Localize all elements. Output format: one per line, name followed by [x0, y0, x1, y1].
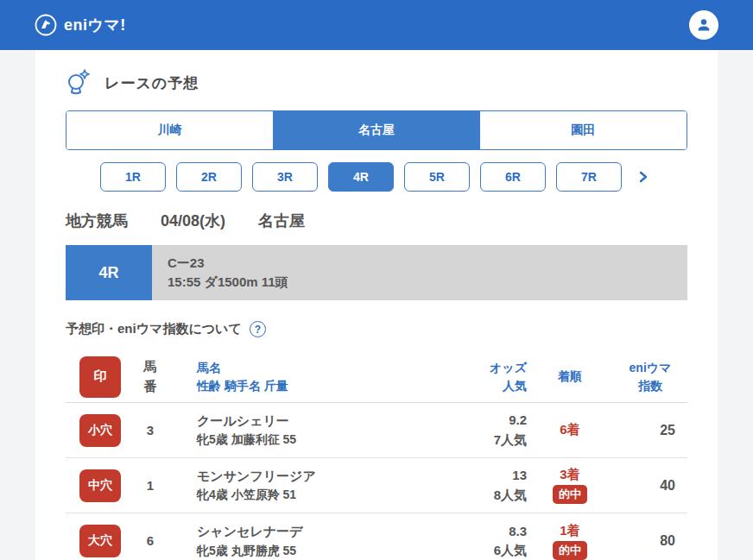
popularity: 6人気 [440, 541, 527, 560]
account-button[interactable] [689, 10, 718, 40]
horse-name: シャンセレナーデ [197, 522, 440, 542]
race-button-5r[interactable]: 5R [404, 162, 470, 192]
venue-tabs: 川崎 名古屋 園田 [66, 110, 687, 150]
table-row[interactable]: 小穴 3 クールシェリー 牝5歳 加藤利征 55 9.2 7人気 6着 25 [66, 403, 687, 458]
header-name-line1: 馬名 [197, 359, 440, 377]
header-result: 着順 [527, 369, 613, 385]
eniuma-index: 25 [613, 423, 687, 438]
race-class: Cー23 [168, 255, 672, 272]
race-button-4r[interactable]: 4R [328, 162, 394, 192]
header-mark: 印 [66, 356, 123, 398]
header-number-line2: 番 [123, 377, 178, 397]
horse-number: 6 [123, 532, 178, 551]
header-index: eniウマ 指数 [613, 359, 687, 395]
header-index-line1: eniウマ [613, 359, 687, 377]
app-header: eniウマ! [0, 0, 753, 50]
table-row[interactable]: 中穴 1 モンサンフリージア 牝4歳 小笠原羚 51 13 8人気 3着 的中 … [66, 458, 687, 513]
mark-header-badge: 印 [79, 356, 121, 398]
eniuma-index: 40 [613, 478, 687, 494]
next-races-chevron[interactable] [637, 169, 653, 185]
header-number: 馬 番 [123, 357, 178, 396]
header-name-line2: 性齢 騎手名 斤量 [197, 377, 440, 395]
race-button-7r[interactable]: 7R [556, 162, 622, 192]
finish-position: 3着 [560, 467, 579, 483]
finish-position: 1着 [560, 523, 579, 539]
header-index-line2: 指数 [613, 377, 687, 395]
app-logo[interactable]: eniウマ! [35, 14, 126, 36]
hit-badge: 的中 [553, 485, 587, 504]
race-date: 04/08(水) [161, 211, 225, 231]
prediction-table: 印 馬 番 馬名 性齢 騎手名 斤量 オッズ 人気 着順 eniウマ 指数 [66, 351, 687, 560]
table-row[interactable]: 大穴 6 シャンセレナーデ 牝5歳 丸野勝虎 55 8.3 6人気 1着 的中 … [66, 513, 687, 560]
horse-name: クールシェリー [197, 412, 440, 431]
horse-number: 3 [123, 421, 178, 440]
tab-kawasaki[interactable]: 川崎 [66, 111, 273, 149]
content-card: レースの予想 川崎 名古屋 園田 1R 2R 3R 4R 5R 6R 7R 地方… [35, 50, 718, 560]
race-button-1r[interactable]: 1R [100, 162, 166, 192]
horse-details: 牝4歳 小笠原羚 51 [197, 486, 440, 504]
popularity: 7人気 [440, 431, 527, 450]
race-banner[interactable]: 4R Cー23 15:55 ダ1500m 11頭 [66, 245, 687, 300]
header-result-label: 着順 [558, 369, 582, 385]
prediction-mark-badge: 大穴 [79, 525, 121, 557]
header-name: 馬名 性齢 騎手名 斤量 [178, 359, 440, 395]
section-title-row: レースの予想 [66, 69, 687, 97]
chevron-right-icon [637, 171, 649, 183]
horse-details: 牝5歳 加藤利征 55 [197, 431, 440, 449]
race-button-2r[interactable]: 2R [176, 162, 242, 192]
race-button-3r[interactable]: 3R [252, 162, 318, 192]
table-header-row: 印 馬 番 馬名 性齢 騎手名 斤量 オッズ 人気 着順 eniウマ 指数 [66, 351, 687, 403]
horse-logo-icon [35, 14, 57, 36]
header-odds-line1: オッズ [440, 359, 527, 377]
prediction-mark-badge: 小穴 [79, 414, 121, 447]
race-conditions: 15:55 ダ1500m 11頭 [168, 274, 672, 291]
tab-sonoda[interactable]: 園田 [480, 111, 687, 149]
header-number-line1: 馬 [123, 357, 178, 377]
page-title: レースの予想 [104, 73, 199, 93]
race-category: 地方競馬 [66, 211, 128, 231]
race-banner-body: Cー23 15:55 ダ1500m 11頭 [152, 245, 687, 300]
race-button-6r[interactable]: 6R [480, 162, 546, 192]
info-label: 予想印・eniウマ指数について [66, 321, 242, 337]
info-line: 予想印・eniウマ指数について ? [66, 321, 687, 337]
finish-position: 6着 [560, 422, 579, 438]
horse-number: 1 [123, 476, 178, 495]
odds-value: 8.3 [440, 522, 527, 542]
odds-value: 13 [440, 466, 527, 486]
popularity: 8人気 [440, 486, 527, 506]
prediction-mark-badge: 中穴 [79, 469, 121, 502]
race-venue: 名古屋 [258, 211, 305, 231]
horse-details: 牝5歳 丸野勝虎 55 [197, 542, 440, 560]
help-icon[interactable]: ? [250, 321, 266, 337]
tab-nagoya[interactable]: 名古屋 [273, 111, 479, 149]
eniuma-index: 80 [613, 533, 687, 549]
person-icon [695, 16, 712, 34]
race-button-row: 1R 2R 3R 4R 5R 6R 7R [66, 162, 687, 192]
horse-name: モンサンフリージア [197, 467, 440, 487]
odds-value: 9.2 [440, 411, 527, 431]
header-odds: オッズ 人気 [440, 359, 527, 395]
header-odds-line2: 人気 [440, 377, 527, 395]
race-meta: 地方競馬 04/08(水) 名古屋 [66, 211, 687, 231]
hit-badge: 的中 [553, 541, 587, 560]
race-round-badge: 4R [66, 245, 152, 300]
crystal-ball-icon [66, 69, 92, 97]
logo-text: eniウマ! [64, 15, 126, 35]
